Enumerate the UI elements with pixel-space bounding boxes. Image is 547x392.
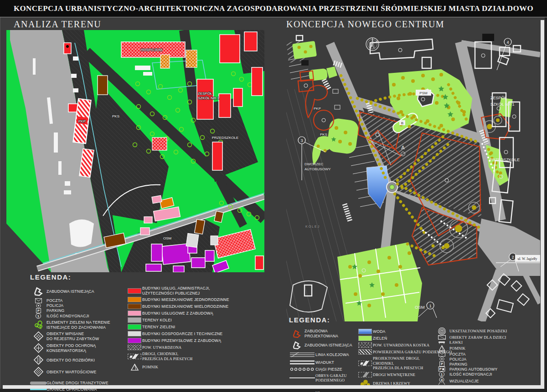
legend-item: WIADUKT <box>289 359 357 366</box>
legend-item: OBIEKTY WARTOŚCIOWE <box>30 367 127 377</box>
legend-item: OBRYS GARAŻU PODZIEMNEGO <box>289 373 357 383</box>
storeys-icon: 1 <box>434 372 449 377</box>
concept-map-svg: N PKP PKS DWORZEC AUTOBUSOWY KOLEJ PSM Z… <box>286 30 540 321</box>
marker-a: A <box>401 145 405 150</box>
lightgray-swatch <box>128 331 141 336</box>
railway-line-icon <box>289 351 315 358</box>
legend-item: POCZTA <box>434 351 530 356</box>
legend-item: ZABUDOWA ISTNIEJĄCA <box>289 340 357 350</box>
concept-legend-col3: UKSZTAŁTOWANIE POSADZKI OBIEKTY ZABAW DL… <box>434 327 530 392</box>
legend-item: P PARKING <box>434 361 530 367</box>
analysis-map-svg: HOSPICJUM PKP PKS ZESPÓŁ SZKÓŁ NR 1 PRZE… <box>6 30 264 272</box>
envelope-icon <box>30 298 46 303</box>
legend-item: TERENY KOLEI <box>127 317 259 323</box>
analysis-legend-symbols: ZABUDOWA ISTNIEJĄCA POCZTA POLICJA P PAR… <box>30 285 127 392</box>
monument-icon <box>434 345 449 351</box>
legend-heading: LEGENDA: <box>289 316 542 324</box>
legend-item: DROGI WEWNĘTRZNE <box>357 372 434 377</box>
pedestrian-path-icon <box>289 367 315 372</box>
concept-legend-col1: ZABUDOWA PROJEKTOWANA ZABUDOWA ISTNIEJĄC… <box>289 327 357 392</box>
legend-item: POLICJA <box>30 303 127 308</box>
floor-pattern-icon <box>434 327 449 335</box>
valuable-icon <box>30 367 46 377</box>
pink-swatch <box>128 311 141 316</box>
legend-item: WODA <box>357 329 434 334</box>
svg-text:3: 3 <box>301 138 303 143</box>
paving-swatch <box>358 342 372 348</box>
legend-item: OBIEKTY WPISANE DO REJESTRU ZABYTKÓW <box>30 331 127 341</box>
preserved-green-icon <box>30 320 46 330</box>
envelope-icon <box>434 351 449 356</box>
svg-text:ul. W. Jagiełły: ul. W. Jagiełły <box>518 257 537 261</box>
transit-road-line <box>30 382 46 385</box>
osm-label: OSM <box>163 236 172 240</box>
legend-heading: LEGENDA: <box>30 273 260 281</box>
proposed-building-icon <box>289 329 304 339</box>
boundary-line <box>30 389 46 390</box>
storeys-icon: 1 <box>30 313 46 319</box>
bus-parking-icon: P <box>434 367 449 372</box>
legend-item: POW. UTWARDZONA <box>127 345 259 350</box>
legend-item: BUDYNKI MIESZKANIOWE JEDNORODZINNE <box>127 297 259 302</box>
concept-legend-col2: WODA ZIELEŃ POW. UTWARDZONA KOSTKA POWIE… <box>357 327 434 392</box>
magenta-swatch <box>128 338 141 343</box>
garage-swatch <box>358 349 372 355</box>
registered-monument-icon <box>30 331 46 341</box>
kolej-label: KOLEJ <box>305 225 320 228</box>
pks-label: PKS <box>320 132 327 137</box>
building-footprint-icon <box>30 286 46 297</box>
analysis-legend-areas: BUDYNKI USŁUG, ADMINISTRACJI, UŻYTECZNOŚ… <box>127 285 259 392</box>
zespol-label-2: SZKÓŁ NR 1 <box>198 96 219 100</box>
legend-item: BUDYNKI PRZEMYSŁOWE Z ZABUDOWĄ <box>127 338 259 343</box>
hospicjum-label: HOSPICJUM <box>140 48 162 52</box>
dworzec-label-1: DWORZEC <box>304 162 324 166</box>
analysis-legend: LEGENDA: ZABUDOWA ISTNIEJĄCA POCZTA POLI… <box>30 273 260 392</box>
internal-roads-swatch <box>358 372 372 377</box>
viaduct-icon <box>289 359 315 366</box>
pkp-label: PKP <box>314 107 321 111</box>
legend-item: CIĄGI PIESZE <box>289 367 357 372</box>
brown-swatch <box>128 304 141 309</box>
legend-item: 1 ILOŚĆ KONDYGNACJI <box>30 313 127 319</box>
legend-item: OBIEKTY DO ROZBIÓRKI <box>30 355 127 365</box>
legend-item: OBIEKTY POD OCHRONĄ KONSERWATORSKĄ <box>30 343 127 353</box>
legend-item: TERENY ZIELENI <box>127 324 259 330</box>
svg-text:1: 1 <box>441 372 443 377</box>
legend-item: POWIERZCHNIA GARAŻU PODZIEMNEGO <box>357 349 434 355</box>
concept-heading: KONCEPCJA NOWEGO CENTRUM <box>286 19 444 30</box>
legend-item: LINIA KOLEJOWA <box>289 351 357 358</box>
legend-item: 1 ILOŚĆ KONDYGNACJI <box>434 372 530 377</box>
legend-item: BUDYNKI USŁUGOWE Z ZABUDOWĄ <box>127 311 259 316</box>
svg-text:2: 2 <box>512 255 514 260</box>
marker-b: B <box>401 121 403 125</box>
osm-label: OSM <box>415 305 425 310</box>
conservation-icon <box>30 343 46 353</box>
legend-item: POCZTA <box>30 298 127 303</box>
przedszkole-label: PRZEDSZKOLE <box>212 136 239 140</box>
pks-label: PKS <box>112 114 119 118</box>
legend-item: DROGI, CHODNIKI, PRZEJŚCIA DLA PIESZYCH <box>127 351 259 361</box>
zespol-label-1: ZESPÓŁ <box>490 96 507 100</box>
legend-item: ZABUDOWA PROJEKTOWANA <box>289 329 357 339</box>
svg-text:1: 1 <box>429 304 432 308</box>
svg-text:P: P <box>439 367 442 372</box>
legend-item: P PARKING AUTOBUSOWY <box>434 367 530 372</box>
orange-swatch <box>128 297 141 302</box>
legend-item: ŁAWKI <box>434 340 530 345</box>
concept-map: N PKP PKS DWORZEC AUTOBUSOWY KOLEJ PSM Z… <box>286 30 540 321</box>
water-swatch <box>358 329 372 334</box>
north-label: N <box>376 40 378 44</box>
dworzec-label-2: AUTOBUSOWY <box>304 167 331 171</box>
psm-label: PSM <box>419 91 428 95</box>
roads-swatch <box>128 354 141 359</box>
legend-item: PROJEKTOWANE DROGI, CHODNIKI, PRZEJŚCIA … <box>357 356 434 371</box>
police-icon <box>434 356 449 361</box>
playground-icon <box>434 335 449 340</box>
svg-text:4: 4 <box>507 40 509 45</box>
przedszkole-building <box>212 142 222 170</box>
pkp-label: PKP <box>78 119 86 123</box>
roundabout <box>387 182 397 193</box>
zespol-label-1: ZESPÓŁ <box>198 92 212 96</box>
green-swatch <box>358 336 372 341</box>
svg-text:P: P <box>37 309 40 313</box>
